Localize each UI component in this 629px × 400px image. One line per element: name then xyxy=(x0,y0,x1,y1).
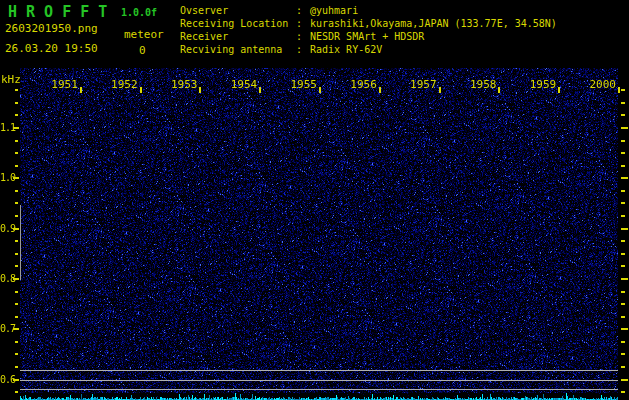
info-label: Receiving Location xyxy=(180,17,296,30)
info-separator: : xyxy=(296,17,302,30)
info-value: NESDR SMArt + HDSDR xyxy=(310,31,424,42)
freq-minor-tick-left xyxy=(15,366,18,368)
freq-minor-tick-left xyxy=(15,165,18,167)
frequency-unit-label: kHz xyxy=(1,73,21,86)
freq-minor-tick-right xyxy=(621,114,625,116)
freq-minor-tick-right xyxy=(621,190,625,192)
freq-axis-label: 1.0 xyxy=(0,172,14,183)
freq-minor-tick-right xyxy=(621,253,625,255)
info-value: Radix RY-62V xyxy=(310,44,382,55)
time-axis-tick xyxy=(199,87,201,93)
app-version: 1.0.0f xyxy=(121,7,157,18)
datetime-label: 26.03.20 19:50 xyxy=(5,42,98,55)
freq-minor-tick-left xyxy=(15,341,18,343)
freq-minor-tick-right xyxy=(621,303,625,305)
reference-line-center xyxy=(20,380,618,381)
info-value: kurashiki,Okayama,JAPAN (133.77E, 34.58N… xyxy=(310,18,557,29)
time-axis-tick xyxy=(319,87,321,93)
hrofft-window: H R O F F T 1.0.0f 2603201950.png meteor… xyxy=(0,0,629,400)
freq-major-tick-right xyxy=(621,379,628,381)
freq-minor-tick-right xyxy=(621,391,625,393)
freq-axis-label: 0.7 xyxy=(0,323,14,334)
freq-minor-tick-right xyxy=(621,140,625,142)
freq-minor-tick-right xyxy=(621,240,625,242)
time-axis-tick xyxy=(618,87,620,93)
freq-minor-tick-right xyxy=(621,215,625,217)
freq-axis-label: 0.9 xyxy=(0,223,14,234)
freq-minor-tick-left xyxy=(15,253,18,255)
freq-minor-tick-left xyxy=(15,303,18,305)
time-axis-tick xyxy=(498,87,500,93)
reference-line-upper xyxy=(20,370,618,371)
freq-major-tick-right xyxy=(621,177,628,179)
info-separator: : xyxy=(296,4,302,17)
time-axis-label: 1952 xyxy=(111,78,138,91)
reference-line-lower xyxy=(20,389,618,390)
info-row: Ovserver:@yuhmari xyxy=(180,4,557,17)
mode-label: meteor xyxy=(124,28,164,41)
time-axis-label: 2000 xyxy=(590,78,617,91)
freq-minor-tick-right xyxy=(621,165,625,167)
freq-minor-tick-left xyxy=(15,140,18,142)
freq-minor-tick-left xyxy=(15,202,18,204)
freq-minor-tick-right xyxy=(621,202,625,204)
info-row: Receiving Location:kurashiki,Okayama,JAP… xyxy=(180,17,557,30)
info-row: Recviving antenna:Radix RY-62V xyxy=(180,43,557,56)
output-filename: 2603201950.png xyxy=(5,22,98,35)
freq-minor-tick-left xyxy=(15,353,18,355)
info-label: Receiver xyxy=(180,30,296,43)
time-axis-label: 1959 xyxy=(530,78,557,91)
info-label: Ovserver xyxy=(180,4,296,17)
freq-axis-label: 0.6 xyxy=(0,374,14,385)
time-axis-tick xyxy=(558,87,560,93)
time-axis-label: 1954 xyxy=(231,78,258,91)
spectrogram-canvas xyxy=(20,68,618,400)
freq-minor-tick-right xyxy=(621,341,625,343)
info-separator: : xyxy=(296,43,302,56)
freq-minor-tick-left xyxy=(15,215,18,217)
freq-minor-tick-right xyxy=(621,316,625,318)
left-edge-marker-line xyxy=(20,205,21,280)
freq-minor-tick-left xyxy=(15,190,18,192)
time-axis-label: 1958 xyxy=(470,78,497,91)
freq-minor-tick-left xyxy=(15,102,18,104)
time-axis-tick xyxy=(259,87,261,93)
time-axis-tick xyxy=(439,87,441,93)
freq-major-tick-right xyxy=(621,127,628,129)
freq-minor-tick-right xyxy=(621,89,625,91)
time-axis-tick xyxy=(80,87,82,93)
freq-minor-tick-right xyxy=(621,152,625,154)
app-title: H R O F F T xyxy=(8,3,107,21)
freq-major-tick-right xyxy=(621,278,628,280)
freq-minor-tick-right xyxy=(621,291,625,293)
time-axis-tick xyxy=(140,87,142,93)
freq-minor-tick-left xyxy=(15,89,18,91)
freq-minor-tick-left xyxy=(15,265,18,267)
freq-minor-tick-right xyxy=(621,102,625,104)
freq-minor-tick-left xyxy=(15,240,18,242)
freq-minor-tick-left xyxy=(15,391,18,393)
time-axis-label: 1956 xyxy=(350,78,377,91)
time-axis-label: 1957 xyxy=(410,78,437,91)
receiver-info: Ovserver:@yuhmariReceiving Location:kura… xyxy=(180,4,557,56)
time-axis-label: 1951 xyxy=(51,78,78,91)
info-row: Receiver:NESDR SMArt + HDSDR xyxy=(180,30,557,43)
time-axis-tick xyxy=(379,87,381,93)
freq-minor-tick-left xyxy=(15,114,18,116)
info-separator: : xyxy=(296,30,302,43)
freq-minor-tick-right xyxy=(621,353,625,355)
time-axis-label: 1955 xyxy=(291,78,318,91)
freq-major-tick-right xyxy=(621,228,628,230)
time-axis-label: 1953 xyxy=(171,78,198,91)
freq-minor-tick-left xyxy=(15,316,18,318)
freq-minor-tick-left xyxy=(15,152,18,154)
info-label: Recviving antenna xyxy=(180,43,296,56)
freq-minor-tick-left xyxy=(15,291,18,293)
meteor-count: 0 xyxy=(139,44,146,57)
freq-axis-label: 1.1 xyxy=(0,122,14,133)
freq-axis-label: 0.8 xyxy=(0,273,14,284)
freq-minor-tick-right xyxy=(621,366,625,368)
info-value: @yuhmari xyxy=(310,5,358,16)
freq-major-tick-right xyxy=(621,328,628,330)
freq-minor-tick-right xyxy=(621,265,625,267)
